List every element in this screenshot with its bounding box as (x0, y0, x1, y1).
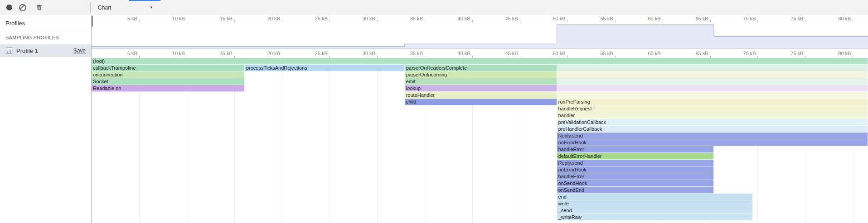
overview-area-fill (92, 25, 868, 48)
trash-icon (36, 4, 43, 11)
gridline (377, 58, 378, 223)
axis-tick-label: 55 kB (600, 51, 615, 56)
vertical-scrollbar-thumb[interactable] (92, 16, 93, 27)
axis-tick-label: 5 kB (127, 16, 139, 21)
flame-frame-prehandlercallback[interactable]: preHandlerCallback (557, 126, 868, 133)
axis-tick-label: 45 kB (505, 16, 520, 21)
axis-tick-label: 65 kB (695, 16, 710, 21)
axis-tick-label: 60 kB (648, 16, 662, 21)
profile-icon (5, 47, 13, 54)
flame-frame-readable-on[interactable]: Readable.on (92, 85, 245, 92)
flame-frame-handlerequest[interactable]: handleRequest (557, 105, 868, 112)
axis-tick-label: 75 kB (790, 16, 805, 21)
delete-profile-button[interactable] (34, 2, 44, 13)
flame-frame-prevalidationcallback[interactable]: preValidationCallback (557, 119, 868, 126)
axis-tick-label: 30 kB (363, 51, 377, 56)
flame-frame-onerrorhook[interactable]: onErrorHook (557, 139, 868, 146)
flame-frame-lookup[interactable]: lookup (405, 85, 557, 92)
sidebar-title: Profiles (0, 15, 91, 31)
circle-slash-icon (19, 4, 26, 11)
flame-frame-onsendhook[interactable]: onSendHook (557, 180, 714, 187)
axis-tick-label: 75 kB (790, 51, 805, 56)
gridline (282, 58, 282, 223)
flame-frame-extension[interactable] (557, 78, 868, 85)
flame-frame-reply-send[interactable]: Reply.send (557, 133, 868, 139)
axis-tick-label: 10 kB (172, 51, 187, 56)
sampling-profiles-section-header: SAMPLING PROFILES (0, 31, 91, 43)
flame-frame-child[interactable]: child (405, 99, 557, 105)
flame-frame-end[interactable]: end (557, 194, 753, 200)
axis-tick-label: 30 kB (363, 16, 377, 21)
flame-frame-extension[interactable] (557, 85, 868, 92)
flame-frame-handler[interactable]: handler (557, 112, 868, 119)
axis-tick-label: 35 kB (410, 16, 425, 21)
gridline (330, 58, 330, 223)
flame-frame-processticksandrejections[interactable]: processTicksAndRejections (245, 65, 405, 71)
axis-tick-label: 35 kB (410, 51, 425, 56)
axis-tick-label: 45 kB (505, 51, 520, 56)
flame-frame-runpreparsing[interactable]: runPreParsing (557, 99, 868, 105)
flame-chart: (root)callbackTrampolineprocessTicksAndR… (92, 58, 868, 223)
flame-frame-onerrorhook[interactable]: onErrorHook (557, 166, 714, 173)
axis-tick-label: 40 kB (458, 16, 472, 21)
profiles-sidebar: Profiles SAMPLING PROFILES Profile 1 Sav… (0, 15, 92, 223)
axis-tick-label: 70 kB (743, 16, 757, 21)
axis-tick-label: 50 kB (553, 51, 567, 56)
axis-tick-label: 15 kB (220, 16, 234, 21)
axis-tick-label: 65 kB (695, 51, 710, 56)
flame-frame-emit[interactable]: emit (405, 78, 557, 85)
flame-frame-root[interactable]: (root) (92, 58, 868, 65)
axis-tick-label: 55 kB (600, 16, 615, 21)
axis-tick-label: 20 kB (267, 16, 282, 21)
flame-frame-handleerror[interactable]: handleError (557, 173, 714, 180)
flame-frame-extension[interactable] (557, 92, 868, 99)
profile-name: Profile 1 (16, 47, 70, 54)
flame-frame-onsendend[interactable]: onSendEnd (557, 187, 714, 194)
save-profile-link[interactable]: Save (73, 47, 86, 54)
flame-frame-parseronincoming[interactable]: parserOnIncoming (405, 71, 557, 78)
flame-frame-extension[interactable] (557, 71, 868, 78)
flame-frame-callbacktrampoline[interactable]: callbackTrampoline (92, 65, 245, 71)
toolbar: Chart ▼ (0, 0, 868, 15)
axis-tick-label: 5 kB (127, 51, 139, 56)
flame-frame-extension[interactable] (557, 65, 868, 71)
flame-frame-reply-send[interactable]: Reply.send (557, 160, 714, 166)
axis-tick-label: 60 kB (648, 51, 662, 56)
axis-tick-label: 80 kB (838, 51, 853, 56)
allocation-overview[interactable] (92, 22, 868, 49)
active-tab-indicator (129, 0, 160, 1)
axis-tick-label: 15 kB (220, 51, 234, 56)
record-button[interactable] (4, 2, 15, 13)
flame-frame-writeraw[interactable]: _writeRaw (557, 214, 753, 221)
flame-frame-send[interactable]: _send (557, 207, 753, 214)
memory-profiler-panel: Chart ▼ Profiles SAMPLING PROFILES Profi… (0, 0, 868, 223)
axis-tick-label: 50 kB (553, 16, 567, 21)
flame-frame-parseronheaderscomplete[interactable]: parserOnHeadersComplete (405, 65, 557, 71)
flame-frame-handleerror[interactable]: handleError (557, 146, 714, 153)
flame-frame-socket[interactable]: Socket (92, 78, 245, 85)
axis-tick-label: 40 kB (458, 51, 472, 56)
axis-tick-label: 25 kB (315, 51, 330, 56)
profile-list-item[interactable]: Profile 1 Save (0, 44, 91, 57)
axis-tick-label: 70 kB (743, 51, 757, 56)
record-icon (6, 5, 12, 10)
clear-profiles-button[interactable] (17, 2, 28, 13)
size-ruler-bottom: 5 kB10 kB15 kB20 kB25 kB30 kB35 kB40 kB4… (92, 48, 868, 58)
flame-frame-routehandler[interactable]: routeHandler (405, 92, 557, 99)
flame-frame-defaulterrorhandler[interactable]: defaultErrorHandler (557, 153, 714, 160)
view-mode-select[interactable]: Chart ▼ (94, 2, 157, 13)
axis-tick-label: 25 kB (315, 16, 330, 21)
flame-chart-pane: 5 kB10 kB15 kB20 kB25 kB30 kB35 kB40 kB4… (92, 15, 868, 223)
overview-area-chart (92, 22, 868, 48)
axis-tick-label: 10 kB (172, 16, 187, 21)
size-ruler-top: 5 kB10 kB15 kB20 kB25 kB30 kB35 kB40 kB4… (92, 15, 868, 22)
flame-frame-write[interactable]: write_ (557, 200, 753, 207)
view-mode-value: Chart (98, 5, 111, 11)
toolbar-divider (90, 2, 91, 13)
chevron-down-icon: ▼ (150, 5, 153, 9)
axis-tick-label: 80 kB (838, 16, 853, 21)
flame-frame-onconnection[interactable]: onconnection (92, 71, 245, 78)
axis-tick-label: 20 kB (267, 51, 282, 56)
